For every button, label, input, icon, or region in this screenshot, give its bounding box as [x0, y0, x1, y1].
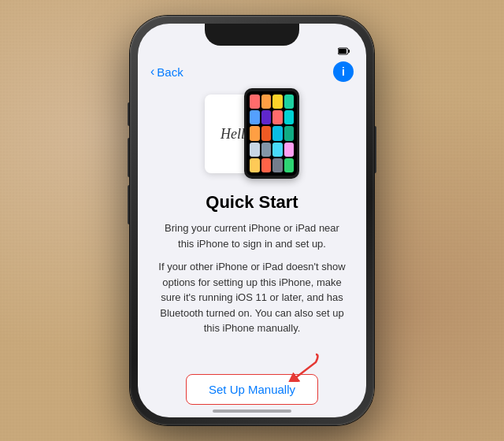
- app-icon: [250, 158, 260, 172]
- back-button[interactable]: ‹ Back: [150, 65, 183, 79]
- notch: [205, 24, 299, 46]
- app-icon: [284, 110, 295, 124]
- quick-start-title: Quick Start: [206, 192, 298, 213]
- quick-start-description1: Bring your current iPhone or iPad near t…: [157, 220, 347, 251]
- phone-screen: ‹ Back i Hello: [138, 24, 366, 417]
- back-label: Back: [157, 65, 183, 79]
- chevron-left-icon: ‹: [150, 65, 154, 78]
- app-icon: [250, 126, 260, 140]
- app-icon: [250, 110, 260, 124]
- app-icon: [261, 143, 272, 157]
- app-icon: [261, 158, 272, 172]
- mini-phone: [244, 88, 299, 179]
- app-icon: [250, 143, 260, 157]
- app-icon: [284, 143, 295, 157]
- app-icon: [261, 110, 272, 124]
- app-icon: [272, 126, 283, 140]
- accessibility-icon: i: [342, 65, 345, 78]
- app-icon: [272, 94, 283, 109]
- nav-bar: ‹ Back i: [138, 58, 366, 88]
- phone-device: ‹ Back i Hello: [130, 16, 374, 425]
- svg-rect-2: [339, 49, 346, 54]
- app-icon: [284, 126, 295, 140]
- mini-phone-screen: [246, 91, 297, 176]
- app-icon: [284, 158, 295, 172]
- accessibility-button[interactable]: i: [333, 61, 354, 82]
- quick-start-description2: If your other iPhone or iPad doesn't sho…: [157, 259, 347, 336]
- home-indicator: [213, 410, 291, 413]
- battery-icon: [338, 47, 350, 55]
- app-icon: [261, 126, 272, 140]
- arrow-container: [157, 350, 347, 382]
- app-icon: [261, 94, 272, 109]
- app-icon: [284, 94, 295, 109]
- app-icon: [272, 143, 283, 157]
- screen-content: Hello: [138, 88, 366, 405]
- app-icon: [272, 158, 283, 172]
- arrow-icon: [269, 350, 324, 382]
- app-icon: [272, 110, 283, 124]
- status-icons: [338, 47, 350, 55]
- iphone-illustration: Hello: [205, 88, 299, 183]
- app-icon: [250, 94, 260, 109]
- svg-rect-1: [348, 50, 350, 53]
